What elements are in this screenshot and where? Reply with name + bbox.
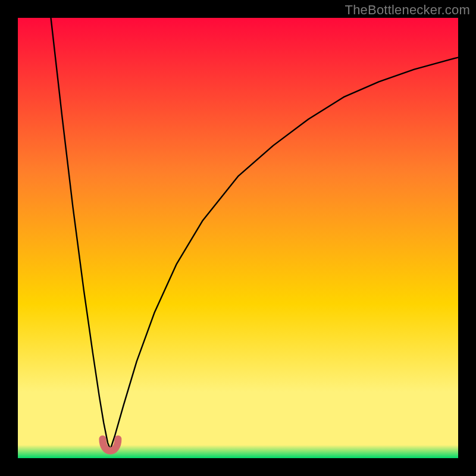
- chart-frame: TheBottlenecker.com: [0, 0, 476, 476]
- chart-series-left-branch: [51, 18, 111, 449]
- watermark-text: TheBottlenecker.com: [345, 2, 470, 18]
- chart-series-right-branch: [110, 58, 458, 450]
- chart-cusp-marker: [102, 439, 118, 451]
- chart-plot-area: [18, 18, 458, 458]
- chart-curve-layer: [18, 18, 458, 458]
